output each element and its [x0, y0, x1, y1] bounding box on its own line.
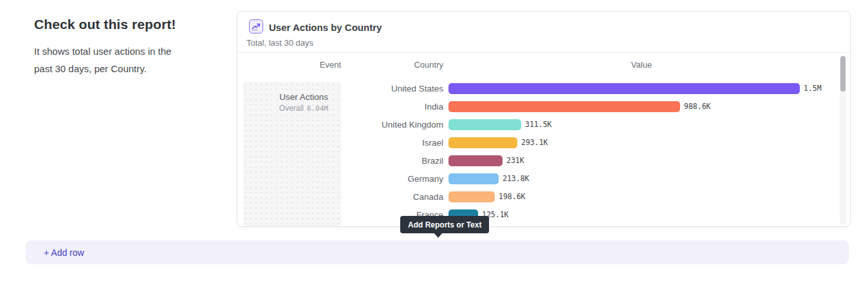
- bar-segment[interactable]: [448, 119, 521, 130]
- scrollbar-thumb[interactable]: [840, 56, 845, 92]
- value-label: 231K: [506, 156, 524, 165]
- column-header-value: Value: [452, 60, 831, 70]
- value-label: 1.5M: [804, 84, 822, 93]
- value-label: 213.8K: [503, 174, 530, 183]
- bar-segment[interactable]: [448, 101, 680, 112]
- report-title[interactable]: User Actions by Country: [269, 22, 382, 33]
- bar-segment[interactable]: [448, 137, 517, 148]
- chart-row: United States1.5M: [341, 79, 830, 97]
- chart-row: Brazil231K: [341, 151, 830, 170]
- country-label: Brazil: [341, 156, 448, 166]
- chart-row: Germany213.8K: [341, 170, 830, 188]
- text-widget-body: It shows total user actions in the past …: [34, 43, 192, 77]
- value-label: 988.6K: [684, 102, 711, 111]
- country-label: India: [341, 102, 448, 111]
- add-reports-tooltip: Add Reports or Text: [400, 216, 489, 233]
- text-widget-heading: Check out this report!: [34, 17, 227, 32]
- event-name: User Actions: [243, 92, 328, 102]
- event-overall-value: 6.04M: [307, 104, 328, 113]
- country-label: Canada: [341, 192, 448, 202]
- chart-row: Israel293.1K: [341, 133, 830, 151]
- add-row-label: + Add row: [44, 247, 84, 258]
- country-label: United Kingdom: [341, 120, 448, 130]
- report-card-header: User Actions by Country Total, last 30 d…: [237, 12, 850, 53]
- bar-segment[interactable]: [448, 155, 503, 166]
- chart-row: India988.6K: [341, 97, 830, 115]
- bar-segment[interactable]: [448, 173, 499, 184]
- chart-row: United Kingdom311.5K: [341, 115, 830, 133]
- event-cell[interactable]: User Actions Overall6.04M: [243, 82, 341, 226]
- country-label: Germany: [341, 174, 448, 184]
- chart-row: Canada198.6K: [341, 188, 830, 206]
- report-subtitle: Total, last 30 days: [246, 38, 313, 48]
- bar-chart-area: Event Country Value User Actions Overall…: [237, 53, 850, 226]
- line-chart-icon: [249, 19, 263, 34]
- add-row-button[interactable]: + Add row: [26, 240, 849, 264]
- column-header-event: Event: [243, 60, 341, 70]
- text-widget[interactable]: Check out this report! It shows total us…: [34, 17, 227, 77]
- column-header-country: Country: [341, 60, 443, 70]
- country-label: Israel: [341, 138, 448, 148]
- value-label: 293.1K: [521, 138, 548, 147]
- dashboard-canvas: Check out this report! It shows total us…: [0, 0, 868, 281]
- event-overall-label: Overall: [279, 104, 304, 113]
- chart-scrollbar[interactable]: [840, 55, 846, 225]
- chart-rows: United States1.5MIndia988.6KUnited Kingd…: [341, 79, 830, 224]
- bar-segment[interactable]: [448, 191, 495, 202]
- bar-segment[interactable]: [448, 83, 800, 94]
- event-overall: Overall6.04M: [243, 104, 328, 113]
- tooltip-caret: [434, 233, 443, 238]
- country-label: United States: [341, 84, 448, 93]
- value-label: 311.5K: [525, 120, 552, 129]
- value-label: 198.6K: [499, 192, 526, 201]
- tooltip-label: Add Reports or Text: [408, 220, 481, 229]
- report-card[interactable]: User Actions by Country Total, last 30 d…: [237, 11, 851, 227]
